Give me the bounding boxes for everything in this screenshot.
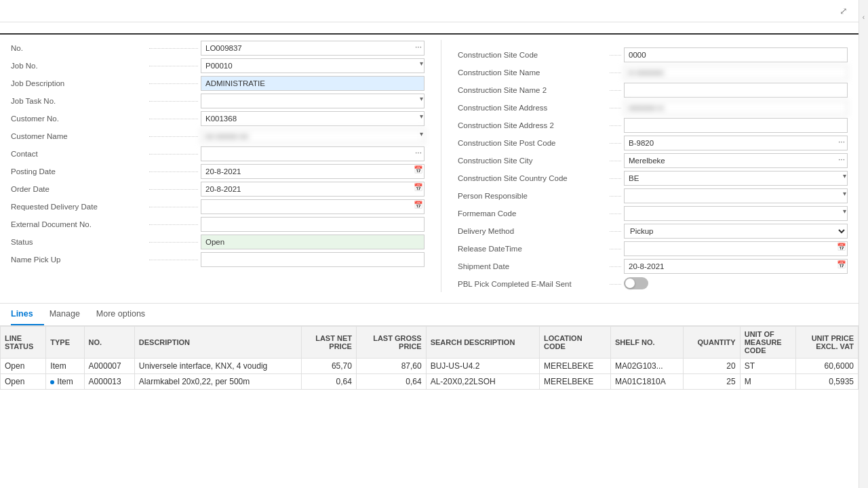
input-wrap-customer-no: ▾ xyxy=(201,111,425,126)
calendar-btn-posting-date[interactable]: 📅 xyxy=(414,165,423,174)
expand-icon[interactable]: ⤢ xyxy=(840,5,848,16)
cell-quantity-0: 20 xyxy=(683,359,740,374)
left-field-row-external-doc-no: External Document No. xyxy=(11,216,425,232)
table-row[interactable]: OpenItemA000013Alarmkabel 20x0,22, per 5… xyxy=(1,374,859,390)
dropdown-btn-customer-no[interactable]: ▾ xyxy=(420,113,423,120)
dotted-posting-date xyxy=(149,171,198,172)
input-inner-shipment-date: 📅 xyxy=(624,259,848,274)
right-label-site-name: Construction Site Name xyxy=(458,68,607,77)
input-job-no[interactable] xyxy=(201,58,425,73)
input-requested-delivery-date[interactable] xyxy=(201,199,425,214)
dotted-requested-delivery-date xyxy=(149,207,198,207)
right-label-shipment-date: Shipment Date xyxy=(458,262,607,270)
label-name-pick-up: Name Pick Up xyxy=(11,256,146,264)
right-dots-btn-site-city[interactable]: ··· xyxy=(837,155,846,164)
right-field-row-site-country-code: Construction Site Country Code▾ xyxy=(458,170,848,186)
input-posting-date[interactable] xyxy=(201,164,425,179)
right-input-site-name-2[interactable] xyxy=(624,83,848,98)
col-header-lastGrossPrice: LAST GROSS PRICE xyxy=(356,327,426,359)
select-delivery-method[interactable]: Pickup xyxy=(624,224,848,239)
right-field-row-pbl-pick-completed: PBL Pick Completed E-Mail Sent xyxy=(458,276,848,292)
cell-no-0: A000007 xyxy=(84,359,134,374)
select-input-person-responsible[interactable] xyxy=(624,188,848,203)
col-header-locationCode: LOCATION CODE xyxy=(540,327,611,359)
construction-label xyxy=(458,40,848,45)
right-input-release-datetime[interactable] xyxy=(624,241,848,256)
dropdown-btn-job-no[interactable]: ▾ xyxy=(420,60,423,67)
tab-lines[interactable]: Lines xyxy=(11,304,44,325)
left-field-row-customer-name: Customer Name▾ xyxy=(11,128,425,144)
tab-manage[interactable]: Manage xyxy=(50,304,91,325)
right-dots-btn-site-post-code[interactable]: ··· xyxy=(837,137,846,146)
lines-table-header: LINE STATUSTYPENO.DESCRIPTIONLAST NET PR… xyxy=(1,327,859,359)
input-wrap-contact: ··· xyxy=(201,146,425,161)
input-order-date[interactable] xyxy=(201,182,425,197)
right-input-site-address[interactable] xyxy=(624,100,848,115)
label-external-doc-no: External Document No. xyxy=(11,220,146,228)
tab-more-options[interactable]: More options xyxy=(96,304,156,325)
right-input-shipment-date[interactable] xyxy=(624,259,848,274)
select-btn-foreman-code[interactable]: ▾ xyxy=(843,207,846,215)
select-input-foreman-code[interactable] xyxy=(624,206,848,221)
dots-btn-no[interactable]: ··· xyxy=(414,42,423,52)
dropdown-btn-customer-name[interactable]: ▾ xyxy=(420,130,423,138)
input-inner-site-address xyxy=(624,100,848,115)
calendar-btn-order-date[interactable]: 📅 xyxy=(414,183,423,192)
right-input-wrap-pbl-pick-completed xyxy=(624,277,848,291)
select-btn-site-country-code[interactable]: ▾ xyxy=(843,172,846,180)
select-input-site-country-code[interactable] xyxy=(624,171,848,186)
input-wrap-name-pick-up xyxy=(201,252,425,267)
select-wrap-site-country-code: ▾ xyxy=(624,171,848,186)
right-field-row-site-post-code: Construction Site Post Code··· xyxy=(458,135,848,151)
right-dotted-pbl-pick-completed xyxy=(610,284,621,285)
input-external-doc-no[interactable] xyxy=(201,217,425,232)
right-field-row-site-name: Construction Site Name xyxy=(458,64,848,81)
input-name-pick-up[interactable] xyxy=(201,252,425,267)
input-inner-customer-no: ▾ xyxy=(201,111,425,126)
toggle-pbl-pick-completed[interactable] xyxy=(624,277,648,289)
cell-quantity-1: 25 xyxy=(683,374,740,390)
input-job-description[interactable] xyxy=(201,76,425,91)
calendar-btn-requested-delivery-date[interactable]: 📅 xyxy=(414,201,423,209)
input-no[interactable] xyxy=(201,41,425,56)
dots-btn-contact[interactable]: ··· xyxy=(414,148,423,157)
lines-table: LINE STATUSTYPENO.DESCRIPTIONLAST NET PR… xyxy=(0,326,859,390)
input-customer-name[interactable] xyxy=(201,129,425,144)
col-header-type: TYPE xyxy=(46,327,84,359)
cell-lastNetPrice-0: 65,70 xyxy=(301,359,356,374)
label-contact: Contact xyxy=(11,150,146,158)
right-calendar-btn-release-datetime[interactable]: 📅 xyxy=(837,243,846,251)
sidebar-collapse-icon[interactable]: ‹ xyxy=(863,14,865,21)
select-btn-person-responsible[interactable]: ▾ xyxy=(843,190,846,197)
col-header-searchDescription: SEARCH DESCRIPTION xyxy=(426,327,539,359)
label-customer-no: Customer No. xyxy=(11,115,146,123)
right-dotted-foreman-code xyxy=(610,214,621,214)
right-field-row-shipment-date: Shipment Date📅 xyxy=(458,258,848,274)
cell-unitOfMeasureCode-1: M xyxy=(740,374,796,390)
right-input-site-post-code[interactable] xyxy=(624,136,848,150)
right-input-site-code[interactable] xyxy=(624,47,848,62)
right-input-site-city[interactable] xyxy=(624,153,848,168)
input-inner-site-name xyxy=(624,65,848,80)
right-input-wrap-delivery-method: Pickup xyxy=(624,224,848,239)
right-input-wrap-site-city: ··· xyxy=(624,153,848,168)
general-section: No.···Job No.▾Job DescriptionJob Task No… xyxy=(0,35,859,298)
right-field-row-site-address-2: Construction Site Address 2 xyxy=(458,117,848,134)
label-requested-delivery-date: Requested Delivery Date xyxy=(11,203,146,211)
dotted-name-pick-up xyxy=(149,260,198,260)
label-job-no: Job No. xyxy=(11,62,146,70)
right-calendar-btn-shipment-date[interactable]: 📅 xyxy=(837,260,846,269)
input-contact[interactable] xyxy=(201,146,425,161)
label-posting-date: Posting Date xyxy=(11,167,146,176)
cell-description-0: Universele interface, KNX, 4 voudig xyxy=(134,359,301,374)
right-field-row-person-responsible: Person Responsible▾ xyxy=(458,188,848,204)
dropdown-btn-job-task-no[interactable]: ▾ xyxy=(420,95,423,102)
input-customer-no[interactable] xyxy=(201,111,425,126)
input-job-task-no[interactable] xyxy=(201,94,425,108)
table-row[interactable]: OpenItemA000007Universele interface, KNX… xyxy=(1,359,859,374)
right-dotted-site-code xyxy=(610,55,621,56)
right-input-site-address-2[interactable] xyxy=(624,118,848,133)
right-input-site-name[interactable] xyxy=(624,65,848,80)
right-label-release-datetime: Release DateTime xyxy=(458,245,607,253)
input-wrap-requested-delivery-date: 📅 xyxy=(201,199,425,214)
